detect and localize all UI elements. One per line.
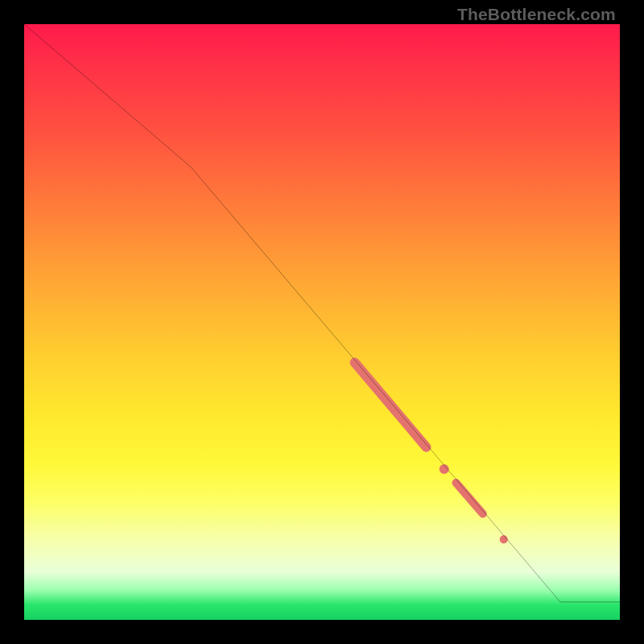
highlight-dot-2 <box>500 535 508 543</box>
chart-svg-layer <box>24 24 620 620</box>
highlight-segment-2 <box>456 483 483 514</box>
chart-stage: TheBottleneck.com <box>0 0 644 644</box>
attribution-watermark: TheBottleneck.com <box>457 5 616 24</box>
highlight-segment-1 <box>355 362 427 447</box>
highlight-markers <box>355 362 508 543</box>
bottleneck-curve <box>24 24 620 602</box>
plot-area <box>24 24 620 620</box>
